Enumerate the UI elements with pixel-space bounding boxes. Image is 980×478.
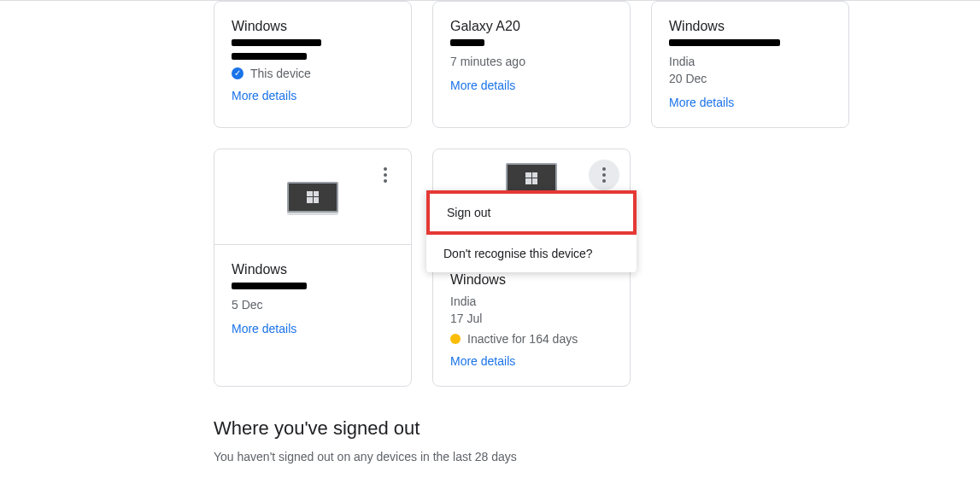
menu-item-dont-recognise[interactable]: Don't recognise this device?: [426, 235, 637, 272]
redacted-text: [450, 39, 484, 46]
device-card-galaxy: Galaxy A20 7 minutes ago More details: [432, 1, 631, 128]
inactive-row: Inactive for 164 days: [450, 332, 613, 346]
device-location: India: [669, 53, 831, 70]
redacted-text: [232, 283, 307, 289]
device-title: Windows: [232, 19, 394, 34]
device-image-area: Sign out Don't recognise this device?: [433, 149, 630, 245]
check-icon: [232, 67, 244, 79]
device-location: India: [450, 293, 613, 310]
device-info-area: Windows 5 Dec More details: [214, 245, 411, 353]
device-row-2: Windows 5 Dec More details Sign out Don'…: [214, 149, 946, 387]
device-card-windows-dec5: Windows 5 Dec More details: [214, 149, 412, 387]
this-device-label: This device: [250, 67, 311, 80]
device-monitor-icon: [506, 163, 557, 194]
device-date: 17 Jul: [450, 310, 613, 327]
device-title: Windows: [669, 19, 831, 34]
menu-item-signout[interactable]: Sign out: [426, 190, 637, 235]
more-options-button[interactable]: [370, 160, 401, 190]
windows-icon: [307, 191, 319, 203]
content-container: Windows This device More details Galaxy …: [0, 1, 980, 463]
redacted-text: [232, 39, 321, 46]
more-details-link[interactable]: More details: [232, 89, 296, 102]
device-card-windows-jul17: Sign out Don't recognise this device? Wi…: [432, 149, 631, 387]
device-options-menu: Sign out Don't recognise this device?: [426, 190, 637, 272]
device-monitor-icon: [287, 182, 338, 213]
device-card-windows-this: Windows This device More details: [214, 1, 412, 128]
device-date: 20 Dec: [669, 70, 831, 87]
device-time: 7 minutes ago: [450, 53, 613, 70]
inactive-label: Inactive for 164 days: [467, 332, 578, 346]
more-details-link[interactable]: More details: [450, 79, 515, 92]
more-details-link[interactable]: More details: [450, 354, 515, 368]
device-date: 5 Dec: [232, 296, 394, 313]
signed-out-title: Where you've signed out: [214, 417, 946, 440]
more-details-link[interactable]: More details: [669, 96, 734, 109]
windows-icon: [525, 172, 537, 184]
this-device-row: This device: [232, 67, 394, 80]
redacted-text: [669, 39, 780, 46]
more-details-link[interactable]: More details: [232, 322, 296, 335]
warning-dot-icon: [450, 334, 461, 344]
signed-out-subtitle: You haven't signed out on any devices in…: [214, 450, 946, 463]
device-title: Windows: [450, 272, 613, 288]
device-title: Windows: [232, 262, 394, 277]
device-image-area: [214, 149, 411, 245]
more-options-button[interactable]: [589, 160, 619, 190]
device-title: Galaxy A20: [450, 19, 613, 34]
redacted-text: [232, 53, 307, 60]
device-card-windows-india: Windows India 20 Dec More details: [651, 1, 849, 128]
device-row-1: Windows This device More details Galaxy …: [214, 1, 946, 128]
